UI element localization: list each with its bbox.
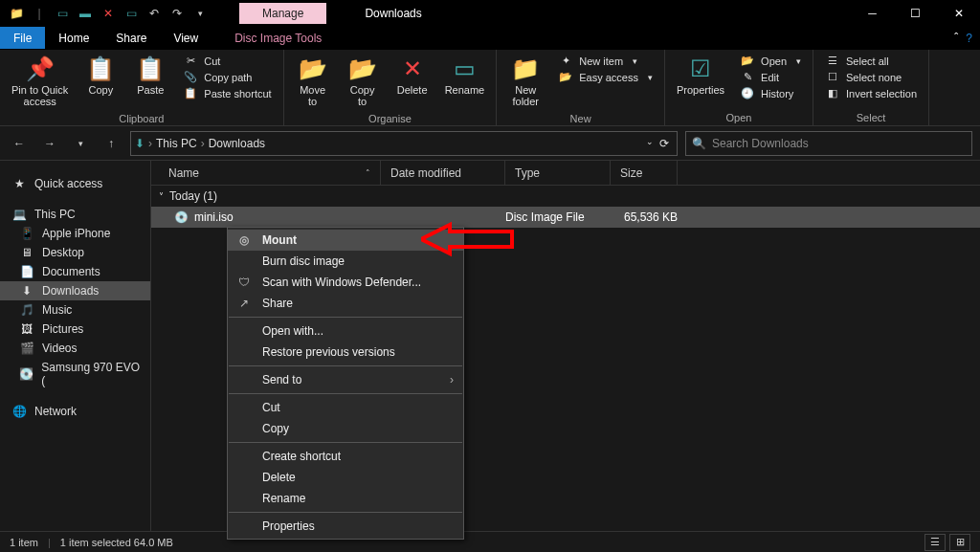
- paste-button[interactable]: 📋Paste: [127, 52, 173, 99]
- edit-button[interactable]: ✎Edit: [734, 70, 807, 84]
- ctx-restore[interactable]: Restore previous versions: [228, 342, 463, 363]
- manage-tab[interactable]: Manage: [239, 3, 326, 24]
- properties-icon[interactable]: ▭: [52, 3, 73, 24]
- properties-button[interactable]: ☑Properties: [671, 52, 730, 99]
- documents-icon: 📄: [19, 265, 34, 278]
- paste-shortcut-button[interactable]: 📋Paste shortcut: [177, 86, 277, 100]
- sidebar-network[interactable]: 🌐Network: [0, 402, 150, 421]
- search-placeholder: Search Downloads: [712, 137, 809, 150]
- sidebar-item-videos[interactable]: 🎬Videos: [0, 339, 150, 358]
- window-title: Downloads: [365, 7, 421, 20]
- forward-button[interactable]: →: [38, 132, 61, 155]
- file-menu[interactable]: File: [0, 27, 45, 49]
- copy-to-button[interactable]: 📂Copy to: [340, 52, 386, 111]
- ribbon-group-select: ☰Select all ☐Select none ◧Invert selecti…: [813, 50, 929, 125]
- main-area: ★Quick access 💻This PC 📱Apple iPhone 🖥De…: [0, 161, 980, 531]
- ctx-cut[interactable]: Cut: [228, 397, 463, 418]
- recent-dropdown[interactable]: ▾: [69, 132, 92, 155]
- ctx-rename[interactable]: Rename: [228, 488, 463, 509]
- ctx-properties[interactable]: Properties: [228, 516, 463, 537]
- up-button[interactable]: ↑: [100, 132, 122, 155]
- sidebar-item-documents[interactable]: 📄Documents: [0, 262, 150, 281]
- sidebar-item-pictures[interactable]: 🖼Pictures: [0, 320, 150, 339]
- rename-button[interactable]: ▭Rename: [439, 52, 491, 99]
- delete-icon[interactable]: ✕: [98, 3, 119, 24]
- view-menu[interactable]: View: [160, 27, 212, 49]
- minimize-button[interactable]: ─: [851, 0, 894, 27]
- ribbon-group-open: ☑Properties 📂Open▾ ✎Edit 🕘History Open: [665, 50, 813, 125]
- pictures-icon: 🖼: [19, 322, 34, 336]
- refresh-icon[interactable]: ⟳: [659, 137, 669, 150]
- col-date[interactable]: Date modified: [381, 161, 505, 185]
- titlebar: 📁 | ▭ ▬ ✕ ▭ ↶ ↷ ▾ Manage Downloads ─ ☐ ✕: [0, 0, 980, 27]
- move-to-button[interactable]: 📂Move to: [290, 52, 336, 111]
- col-size[interactable]: Size: [611, 161, 678, 185]
- easy-access-icon: 📂: [558, 71, 573, 83]
- new-folder-button[interactable]: 📁New folder: [502, 52, 548, 111]
- help-icon[interactable]: ?: [966, 32, 972, 45]
- back-button[interactable]: ←: [8, 132, 31, 155]
- open-button[interactable]: 📂Open▾: [734, 54, 807, 68]
- redo-icon[interactable]: ↷: [167, 3, 188, 24]
- sidebar-item-iphone[interactable]: 📱Apple iPhone: [0, 224, 150, 243]
- addr-dropdown-icon[interactable]: ⌄: [646, 137, 654, 150]
- ctx-burn[interactable]: Burn disc image: [228, 251, 463, 272]
- history-button[interactable]: 🕘History: [734, 86, 807, 100]
- view-large-button[interactable]: ⊞: [949, 534, 970, 551]
- ribbon: 📌Pin to Quick access 📋Copy 📋Paste ✂Cut 📎…: [0, 50, 980, 126]
- ctx-separator: [229, 512, 462, 513]
- share-menu[interactable]: Share: [102, 27, 160, 49]
- ctx-mount[interactable]: ◎Mount: [228, 230, 463, 251]
- search-box[interactable]: 🔍 Search Downloads: [685, 131, 972, 156]
- new-folder-icon[interactable]: ▬: [75, 3, 96, 24]
- sidebar-this-pc[interactable]: 💻This PC: [0, 205, 150, 224]
- history-icon: 🕘: [740, 87, 755, 99]
- undo-icon[interactable]: ↶: [144, 3, 165, 24]
- view-details-button[interactable]: ☰: [924, 534, 946, 551]
- home-menu[interactable]: Home: [45, 27, 102, 49]
- ctx-share[interactable]: ↗Share: [228, 293, 463, 314]
- paste-icon: 📋: [136, 55, 165, 82]
- disc-image-tools-tab[interactable]: Disc Image Tools: [221, 27, 335, 49]
- qat-divider: |: [29, 3, 50, 24]
- copy-path-button[interactable]: 📎Copy path: [177, 70, 277, 84]
- sidebar-quick-access[interactable]: ★Quick access: [0, 174, 150, 193]
- col-name[interactable]: Name˄: [159, 161, 381, 185]
- ctx-delete[interactable]: Delete: [228, 467, 463, 488]
- delete-button[interactable]: ✕Delete: [390, 52, 435, 99]
- sidebar-item-music[interactable]: 🎵Music: [0, 300, 150, 320]
- sidebar-item-desktop[interactable]: 🖥Desktop: [0, 243, 150, 262]
- invert-selection-button[interactable]: ◧Invert selection: [819, 86, 923, 100]
- ctx-copy[interactable]: Copy: [228, 418, 463, 439]
- file-row[interactable]: 💿mini.iso Disc Image File 65,536 KB: [151, 207, 980, 228]
- select-all-button[interactable]: ☰Select all: [819, 54, 923, 68]
- shield-icon: 🛡: [235, 276, 253, 289]
- ctx-open-with[interactable]: Open with...: [228, 320, 463, 342]
- qat-dropdown-icon[interactable]: ▾: [189, 3, 211, 24]
- select-none-button[interactable]: ☐Select none: [819, 70, 923, 84]
- col-type[interactable]: Type: [505, 161, 611, 185]
- ctx-scan[interactable]: 🛡Scan with Windows Defender...: [228, 272, 463, 293]
- ctx-separator: [229, 365, 462, 366]
- breadcrumb-folder[interactable]: Downloads: [209, 137, 265, 150]
- scissors-icon: ✂: [183, 55, 198, 67]
- ctx-send-to[interactable]: Send to›: [228, 369, 463, 390]
- ctx-shortcut[interactable]: Create shortcut: [228, 446, 463, 467]
- folder-icon[interactable]: 📁: [6, 3, 27, 24]
- copy-to-icon: 📂: [348, 55, 377, 82]
- copy-button[interactable]: 📋Copy: [78, 52, 123, 99]
- group-today[interactable]: ˅Today (1): [151, 186, 980, 207]
- maximize-button[interactable]: ☐: [894, 0, 937, 27]
- rename-icon[interactable]: ▭: [121, 3, 142, 24]
- close-button[interactable]: ✕: [937, 0, 980, 27]
- pin-button[interactable]: 📌Pin to Quick access: [6, 52, 74, 111]
- ribbon-group-organise: 📂Move to 📂Copy to ✕Delete ▭Rename Organi…: [284, 50, 498, 125]
- sidebar-item-downloads[interactable]: ⬇Downloads: [0, 281, 150, 300]
- cut-button[interactable]: ✂Cut: [177, 54, 277, 68]
- sidebar-item-drive[interactable]: 💽Samsung 970 EVO (: [0, 358, 150, 390]
- new-item-button[interactable]: ✦New item▾: [552, 54, 658, 68]
- easy-access-button[interactable]: 📂Easy access▾: [552, 70, 658, 84]
- address-bar[interactable]: ⬇ › This PC › Downloads ⌄ ⟳: [130, 131, 678, 156]
- ribbon-collapse-icon[interactable]: ˆ: [954, 32, 958, 45]
- breadcrumb-pc[interactable]: This PC: [156, 137, 197, 150]
